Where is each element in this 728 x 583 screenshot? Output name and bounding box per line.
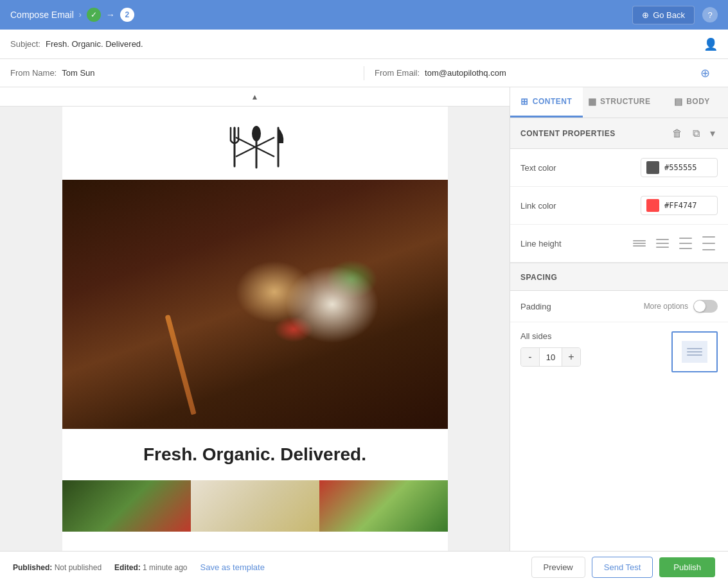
go-back-plus-icon: ⊕ (642, 10, 649, 20)
email-photos-row (62, 480, 448, 532)
panel-tabs: ⊞ CONTENT ▦ STRUCTURE ▤ BODY (510, 87, 728, 118)
line-height-label: Line height (520, 239, 562, 248)
link-color-row: Link color #FF4747 (510, 187, 728, 225)
line-height-relaxed[interactable] (677, 235, 695, 252)
all-sides-label: All sides (520, 331, 581, 341)
email-food-image (62, 180, 448, 429)
tab-structure[interactable]: ▦ STRUCTURE (583, 87, 656, 117)
user-icon: 👤 (704, 37, 718, 51)
from-bar: From Name: Tom Sun From Email: tom@autop… (0, 59, 728, 87)
go-back-button[interactable]: ⊕ Go Back (632, 6, 695, 24)
link-color-code: #FF4747 (664, 201, 697, 210)
delete-button[interactable]: 🗑 (670, 126, 685, 141)
padding-line-3 (687, 354, 702, 356)
svg-point-6 (252, 126, 261, 141)
line-height-compact[interactable] (630, 238, 648, 249)
bottom-bar: Published: Not published Edited: 1 minut… (0, 551, 728, 583)
link-color-input[interactable]: #FF4747 (641, 196, 718, 215)
padding-preview-box (671, 331, 718, 372)
utensil-logo-icon (217, 125, 294, 170)
padding-lines-icon (687, 348, 702, 356)
link-color-label: Link color (520, 201, 556, 211)
breadcrumb-arrow-icon: › (79, 10, 82, 19)
preview-button[interactable]: Preview (531, 557, 585, 578)
step-arrow-icon: → (106, 10, 115, 20)
padding-row: Padding More options (510, 291, 728, 322)
collapse-bar[interactable]: ▲ (0, 87, 510, 107)
from-name-label: From Name: (10, 68, 57, 78)
body-tab-icon: ▤ (674, 96, 683, 107)
main-area: ▲ (0, 87, 728, 551)
padding-inner-box (682, 341, 707, 363)
text-color-swatch (646, 161, 659, 174)
subject-bar: Subject: Fresh. Organic. Delivered. 👤 (0, 30, 728, 59)
email-content: Fresh. Organic. Delivered. (62, 107, 448, 551)
more-options-toggle[interactable] (693, 300, 718, 313)
from-name-section: From Name: Tom Sun (0, 68, 364, 78)
from-email-value: tom@autopilothq.com (425, 68, 506, 78)
step2-circle: 2 (120, 8, 134, 22)
stepper-minus-button[interactable]: - (521, 348, 539, 366)
photo-thumb-2 (191, 480, 319, 532)
food-image-sim (62, 180, 448, 429)
padding-stepper: - 10 + (520, 347, 581, 367)
content-tab-icon: ⊞ (520, 96, 529, 107)
add-email-button[interactable]: ⊕ (700, 66, 718, 80)
collapse-icon: ▲ (251, 92, 259, 101)
more-options-area: More options (644, 300, 718, 313)
line-height-loose[interactable] (700, 234, 718, 253)
photo-thumb-1 (62, 480, 191, 532)
padding-line-2 (687, 351, 702, 352)
edited-status: Edited: 1 minute ago (114, 563, 187, 572)
from-email-label: From Email: (375, 68, 420, 78)
top-bar-right: ⊕ Go Back ? (632, 6, 718, 24)
tab-content[interactable]: ⊞ CONTENT (510, 87, 583, 117)
subject-left: Subject: Fresh. Organic. Delivered. (10, 39, 143, 49)
content-properties-header: CONTENT PROPERTIES 🗑 ⧉ ▾ (510, 118, 728, 149)
help-button[interactable]: ? (702, 7, 718, 22)
all-sides-row: All sides - 10 + (510, 322, 728, 381)
spacing-title: SPACING (520, 273, 557, 282)
collapse-section-button[interactable]: ▾ (707, 126, 718, 141)
subject-value: Fresh. Organic. Delivered. (46, 39, 143, 49)
published-status: Published: Not published (13, 563, 102, 572)
step1-check-icon: ✓ (87, 8, 101, 22)
more-options-label: More options (644, 302, 688, 311)
content-properties-title: CONTENT PROPERTIES (520, 129, 616, 138)
bottom-left: Published: Not published Edited: 1 minut… (13, 562, 265, 572)
text-color-input[interactable]: #555555 (641, 158, 718, 177)
section-actions: 🗑 ⧉ ▾ (670, 126, 718, 141)
padding-line-1 (687, 348, 702, 349)
from-name-value: Tom Sun (62, 68, 94, 78)
all-sides-left: All sides - 10 + (520, 331, 581, 367)
email-canvas: ▲ (0, 87, 510, 551)
copy-button[interactable]: ⧉ (690, 126, 702, 141)
tab-body[interactable]: ▤ BODY (656, 87, 729, 117)
breadcrumb-text: Compose Email (10, 10, 74, 20)
link-color-swatch (646, 199, 659, 212)
text-color-row: Text color #555555 (510, 149, 728, 187)
text-color-code: #555555 (664, 163, 697, 172)
bottom-right: Preview Send Test Publish (531, 557, 715, 578)
from-email-section: From Email: tom@autopilothq.com ⊕ (364, 66, 728, 80)
save-as-template-link[interactable]: Save as template (200, 562, 264, 572)
structure-tab-icon: ▦ (588, 96, 597, 107)
stepper-value: 10 (539, 348, 562, 366)
padding-label: Padding (520, 302, 551, 311)
line-height-row: Line height (510, 225, 728, 263)
top-bar-left: Compose Email › ✓ → 2 (10, 8, 134, 22)
line-height-normal[interactable] (653, 236, 671, 250)
send-test-button[interactable]: Send Test (592, 557, 653, 578)
right-panel: ⊞ CONTENT ▦ STRUCTURE ▤ BODY CONTENT PRO… (510, 87, 728, 551)
subject-label: Subject: (10, 39, 40, 49)
photo-thumb-3 (319, 480, 448, 532)
spacing-header: SPACING (510, 263, 728, 291)
stepper-plus-button[interactable]: + (562, 348, 580, 366)
toggle-thumb (694, 300, 706, 312)
email-logo-area (62, 107, 448, 180)
edited-label: Edited: (114, 563, 141, 572)
publish-button[interactable]: Publish (659, 557, 715, 577)
top-bar: Compose Email › ✓ → 2 ⊕ Go Back ? (0, 0, 728, 30)
text-color-label: Text color (520, 163, 556, 173)
published-label: Published: (13, 563, 52, 572)
